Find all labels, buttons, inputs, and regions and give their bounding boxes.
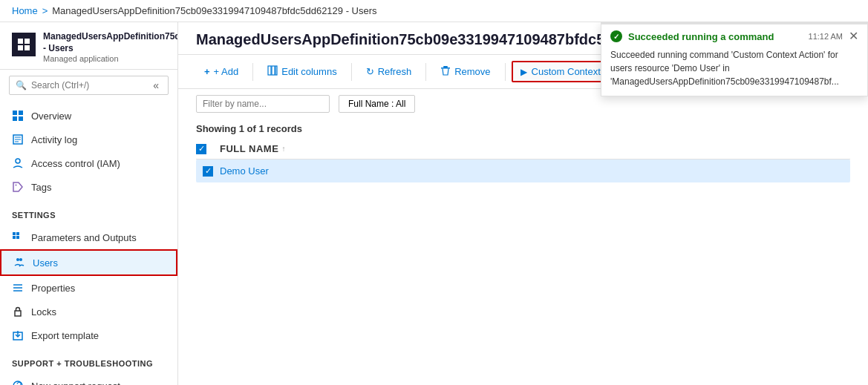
nav-settings: Parameters and Outputs Users Properties … xyxy=(0,223,177,350)
svg-rect-5 xyxy=(19,111,23,115)
toast-notification: ✓ Succeeded running a command 11:12 AM ✕… xyxy=(601,22,868,96)
sidebar-item-users[interactable]: Users xyxy=(0,249,177,276)
toast-time: 11:12 AM xyxy=(809,32,843,41)
add-button[interactable]: + + Add xyxy=(196,62,247,82)
sidebar-item-locks[interactable]: Locks xyxy=(0,300,177,323)
main-layout: ManagedUsersAppDefinition75cb09e33199471… xyxy=(0,22,868,385)
toast-header-right: 11:12 AM ✕ xyxy=(809,30,858,42)
toast-header: ✓ Succeeded running a command 11:12 AM ✕ xyxy=(601,24,867,45)
access-control-icon xyxy=(12,157,24,169)
svg-rect-2 xyxy=(18,45,23,50)
sidebar-item-activity-log[interactable]: Activity log xyxy=(0,128,177,151)
users-icon xyxy=(13,257,25,269)
support-icon: ? xyxy=(12,380,24,385)
svg-rect-7 xyxy=(19,116,23,121)
topbar: Home > ManagedUsersAppDefinition75cb09e3… xyxy=(0,0,868,22)
sidebar-item-properties-label: Properties xyxy=(31,283,75,294)
nav-main: Overview Activity log Access control (IA… xyxy=(0,101,177,202)
filter-tag-fullname[interactable]: Full Name : All xyxy=(339,95,415,113)
svg-text:?: ? xyxy=(16,381,22,385)
play-icon: ▶ xyxy=(521,67,527,77)
filter-input[interactable] xyxy=(196,95,330,113)
breadcrumb-current: ManagedUsersAppDefinition75cb09e33199471… xyxy=(52,5,376,16)
content-area: ManagedUsersAppDefinition75cb09e33199471… xyxy=(178,22,868,385)
table-area: ✓ FULL NAME ↑ ✓ Demo User xyxy=(178,139,868,182)
sidebar-item-tags[interactable]: Tags xyxy=(0,175,177,199)
toolbar-sep-1 xyxy=(252,63,253,81)
activity-log-icon xyxy=(12,134,24,145)
sort-icon: ↑ xyxy=(281,145,286,153)
record-count: Showing 1 of 1 records xyxy=(178,119,868,139)
nav-support: ? New support request xyxy=(0,371,177,385)
row-checkbox[interactable]: ✓ xyxy=(203,166,213,177)
header-checkbox[interactable]: ✓ xyxy=(196,144,206,154)
success-icon: ✓ xyxy=(610,30,622,42)
sidebar-item-export-template[interactable]: Export template xyxy=(0,323,177,347)
svg-rect-3 xyxy=(25,45,30,50)
remove-icon xyxy=(440,65,451,78)
toast-close-button[interactable]: ✕ xyxy=(849,30,858,42)
overview-icon xyxy=(12,110,24,122)
sidebar-item-activity-log-label: Activity log xyxy=(31,134,77,145)
search-input[interactable] xyxy=(31,80,150,91)
app-icon xyxy=(12,33,36,56)
sidebar-item-access-control-label: Access control (IAM) xyxy=(31,158,120,169)
svg-marker-13 xyxy=(13,182,22,191)
sidebar-header: ManagedUsersAppDefinition75cb09e33199471… xyxy=(0,22,177,70)
table-header: ✓ FULL NAME ↑ xyxy=(196,139,850,159)
sidebar-item-overview-label: Overview xyxy=(31,111,71,122)
svg-rect-1 xyxy=(25,39,30,44)
sidebar-subtitle: Managed application xyxy=(43,54,169,63)
tags-icon xyxy=(12,181,24,193)
svg-point-20 xyxy=(19,258,22,261)
row-checkbox-cell: ✓ xyxy=(196,166,220,177)
search-box[interactable]: 🔍 « xyxy=(9,76,169,95)
edit-columns-icon xyxy=(267,65,278,78)
sidebar-item-locks-label: Locks xyxy=(31,306,56,317)
toolbar-sep-2 xyxy=(351,63,352,81)
refresh-button[interactable]: ↻ Refresh xyxy=(358,62,420,82)
sidebar-item-new-support[interactable]: ? New support request xyxy=(0,374,177,385)
svg-rect-18 xyxy=(16,236,19,239)
svg-rect-15 xyxy=(13,232,16,235)
parameters-icon xyxy=(12,231,24,243)
sidebar: ManagedUsersAppDefinition75cb09e33199471… xyxy=(0,22,178,385)
svg-point-12 xyxy=(16,159,20,163)
settings-section-label: Settings xyxy=(0,202,177,223)
sidebar-item-parameters[interactable]: Parameters and Outputs xyxy=(0,226,177,249)
svg-rect-16 xyxy=(16,232,19,235)
svg-point-14 xyxy=(16,185,17,186)
header-checkbox-cell: ✓ xyxy=(196,144,214,154)
sidebar-item-overview[interactable]: Overview xyxy=(0,104,177,128)
refresh-icon: ↻ xyxy=(366,66,374,77)
svg-rect-30 xyxy=(272,66,275,75)
table-row[interactable]: ✓ Demo User xyxy=(196,159,850,182)
edit-columns-button[interactable]: Edit columns xyxy=(259,61,345,82)
breadcrumb-home[interactable]: Home xyxy=(12,5,38,16)
collapse-button[interactable]: « xyxy=(150,79,162,91)
export-template-icon xyxy=(12,329,24,341)
sidebar-item-tags-label: Tags xyxy=(31,182,51,193)
svg-rect-0 xyxy=(18,39,23,44)
svg-rect-24 xyxy=(15,311,21,316)
row-name[interactable]: Demo User xyxy=(220,165,269,177)
sidebar-item-parameters-label: Parameters and Outputs xyxy=(31,232,137,243)
sidebar-title-block: ManagedUsersAppDefinition75cb09e33199471… xyxy=(43,31,169,63)
sidebar-item-properties[interactable]: Properties xyxy=(0,276,177,300)
svg-rect-17 xyxy=(13,236,16,239)
support-section-label: Support + troubleshooting xyxy=(0,350,177,371)
toolbar-sep-3 xyxy=(425,63,426,81)
sidebar-item-export-template-label: Export template xyxy=(31,330,99,341)
properties-icon xyxy=(12,282,24,294)
search-icon: 🔍 xyxy=(16,80,27,91)
remove-button[interactable]: Remove xyxy=(432,61,498,82)
sidebar-item-access-control[interactable]: Access control (IAM) xyxy=(0,151,177,175)
svg-rect-32 xyxy=(441,68,450,69)
toast-body: Succeeded running command 'Custom Contex… xyxy=(601,45,867,96)
svg-rect-6 xyxy=(13,116,17,121)
svg-rect-29 xyxy=(268,66,271,75)
sidebar-item-users-label: Users xyxy=(33,257,58,269)
sidebar-item-new-support-label: New support request xyxy=(31,381,120,385)
sidebar-title: ManagedUsersAppDefinition75cb09e33199471… xyxy=(43,31,169,54)
svg-rect-33 xyxy=(443,66,448,68)
